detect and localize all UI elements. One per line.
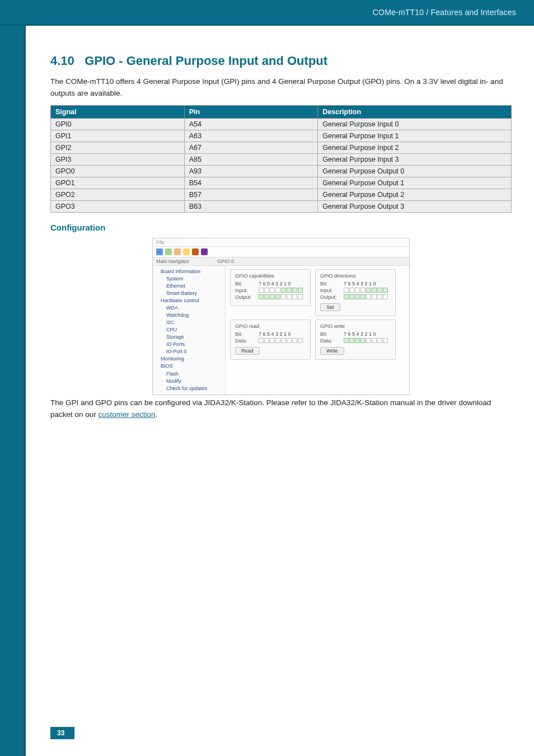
kstation-screenshot: File Main navigator GPIO 0 Board informa… — [152, 238, 410, 395]
cell-signal: GPI1 — [51, 130, 185, 142]
config-footnote: The GPI and GPO pins can be configured v… — [50, 397, 512, 421]
caps-bits: 7 6 5 4 3 2 1 0 — [259, 281, 291, 287]
col-signal: Signal — [51, 105, 185, 118]
table-row: GPI0A54General Purpose Input 0 — [51, 118, 512, 130]
tree-node[interactable]: IO-Port 0 — [156, 348, 222, 355]
toolbar-icon[interactable] — [174, 248, 181, 255]
cell-desc: General Purpose Output 1 — [318, 177, 512, 189]
toolbar-icon[interactable] — [201, 248, 208, 255]
cell-desc: General Purpose Input 1 — [318, 130, 512, 142]
embed-nav-strip: Main navigator GPIO 0 — [153, 257, 409, 266]
page-header: COMe-mTT10 / Features and Interfaces — [0, 0, 534, 26]
group-write-title: GPIO write — [320, 323, 391, 329]
cell-pin: B54 — [184, 177, 318, 189]
embed-menubar: File — [153, 238, 409, 247]
tree-node[interactable]: Watchdog — [156, 312, 222, 319]
write-button[interactable]: Write — [320, 347, 344, 355]
tree-node[interactable]: Board information — [156, 268, 222, 275]
page-footer: 33 — [50, 727, 74, 739]
read-button[interactable]: Read — [235, 347, 260, 355]
tree-node[interactable]: IO Ports — [156, 341, 222, 348]
group-read-title: GPIO read — [235, 323, 306, 329]
cell-desc: General Purpose Input 3 — [318, 153, 512, 165]
cell-pin: A93 — [184, 165, 318, 177]
set-button[interactable]: Set — [320, 303, 340, 311]
cell-signal: GPI0 — [51, 118, 185, 130]
toolbar-icon[interactable] — [165, 248, 172, 255]
table-row: GPI3A85General Purpose Input 3 — [51, 153, 512, 165]
read-bits: 7 6 5 4 3 2 1 0 — [259, 331, 291, 337]
cell-pin: A85 — [184, 153, 318, 165]
table-row: GPI1A63General Purpose Input 1 — [51, 130, 512, 142]
cell-pin: A54 — [184, 118, 318, 130]
cell-pin: B57 — [184, 189, 318, 200]
read-data-boxes — [259, 338, 303, 343]
cell-signal: GPO3 — [51, 200, 185, 212]
tree-node[interactable]: Check for updates — [156, 385, 222, 392]
breadcrumb: COMe-mTT10 / Features and Interfaces — [373, 8, 516, 17]
section-name: GPIO - General Purpose Input and Output — [85, 54, 327, 68]
dirs-bit-label: Bit: — [320, 281, 341, 287]
tree-node[interactable]: Storage — [156, 334, 222, 341]
group-caps-title: GPIO capabilities — [235, 273, 306, 279]
write-data-label: Data: — [320, 338, 341, 344]
tree-node[interactable]: BIOS — [156, 363, 222, 370]
toolbar-icon[interactable] — [183, 248, 190, 255]
dirs-output-label: Output: — [320, 294, 341, 300]
cell-desc: General Purpose Output 2 — [318, 189, 512, 200]
embed-nav-header: Main navigator — [156, 259, 189, 264]
cell-pin: A67 — [184, 142, 318, 153]
caps-output-label: Output: — [235, 294, 256, 300]
write-data-boxes — [344, 338, 388, 343]
toolbar-icon[interactable] — [156, 248, 163, 255]
tree-node[interactable]: Ethernet — [156, 283, 222, 290]
dirs-input-boxes — [344, 288, 388, 293]
dirs-bits: 7 6 5 4 3 2 1 0 — [344, 281, 376, 287]
embed-tab: GPIO 0 — [217, 259, 234, 264]
cell-signal: GPO1 — [51, 177, 185, 189]
caps-input-label: Input: — [235, 288, 256, 293]
caps-output-boxes — [259, 294, 303, 299]
tree-node[interactable]: Hardware control — [156, 297, 222, 304]
cell-pin: B63 — [184, 200, 318, 212]
read-data-label: Data: — [235, 338, 256, 344]
cell-desc: General Purpose Input 2 — [318, 142, 512, 153]
write-bits: 7 6 5 4 3 2 1 0 — [344, 331, 376, 337]
section-number: 4.10 — [50, 54, 74, 68]
left-margin-strip — [0, 26, 26, 756]
tree-node[interactable]: Smart Battery — [156, 290, 222, 297]
embed-tree: Board informationSystemEthernetSmart Bat… — [153, 266, 226, 395]
content-area: 4.10 GPIO - General Purpose Input and Ou… — [26, 26, 534, 756]
dirs-output-boxes — [344, 294, 388, 299]
read-bit-label: Bit: — [235, 331, 256, 337]
embed-gpio-panel: GPIO capabilities Bit:7 6 5 4 3 2 1 0 In… — [226, 266, 409, 395]
tree-node[interactable]: Flash — [156, 370, 222, 378]
cell-signal: GPO2 — [51, 189, 185, 200]
group-dirs-title: GPIO directions — [320, 273, 391, 279]
tree-node[interactable]: CPU — [156, 326, 222, 334]
tree-node[interactable]: I2C — [156, 319, 222, 326]
group-dirs: GPIO directions Bit:7 6 5 4 3 2 1 0 Inpu… — [315, 269, 396, 316]
col-pin: Pin — [184, 105, 318, 118]
toolbar-icon[interactable] — [192, 248, 199, 255]
cell-desc: General Purpose Input 0 — [318, 118, 512, 130]
table-row: GPO2B57General Purpose Output 2 — [51, 189, 512, 200]
cell-desc: General Purpose Output 3 — [318, 200, 512, 212]
cell-signal: GPO0 — [51, 165, 185, 177]
table-row: GPO0A93General Purpose Output 0 — [51, 165, 512, 177]
group-write: GPIO write Bit:7 6 5 4 3 2 1 0 Data: Wri… — [315, 320, 396, 360]
caps-input-boxes — [259, 288, 303, 293]
tree-node[interactable]: Modify — [156, 378, 222, 385]
table-row: GPO3B63General Purpose Output 3 — [51, 200, 512, 212]
tree-node[interactable]: Monitoring — [156, 355, 222, 363]
cell-desc: General Purpose Output 0 — [318, 165, 512, 177]
gpio-table: Signal Pin Description GPI0A54General Pu… — [50, 105, 512, 213]
table-row: GPI2A67General Purpose Input 2 — [51, 142, 512, 153]
group-read: GPIO read Bit:7 6 5 4 3 2 1 0 Data: Read — [230, 320, 311, 360]
tree-node[interactable]: System — [156, 275, 222, 283]
tree-node[interactable]: WDA — [156, 304, 222, 312]
cell-signal: GPI2 — [51, 142, 185, 153]
write-bit-label: Bit: — [320, 331, 341, 337]
dirs-input-label: Input: — [320, 288, 341, 293]
customer-section-link[interactable]: customer section — [99, 410, 156, 419]
